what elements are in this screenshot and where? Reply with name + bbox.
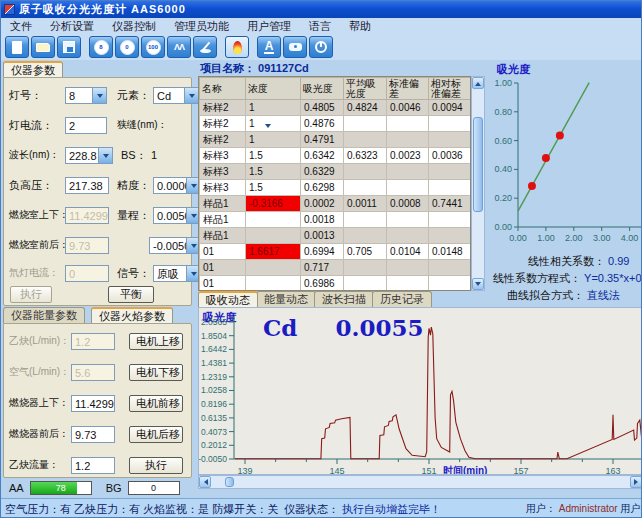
menu-item-0[interactable]: 文件 (1, 18, 41, 34)
svg-text:时间(min): 时间(min) (443, 465, 487, 475)
gauge-100-button[interactable]: 100 (141, 36, 165, 58)
flame-row-input[interactable]: 11.4299 (71, 395, 115, 412)
flame-row-input[interactable]: 9.73 (71, 426, 115, 443)
lamp-no-label: 灯号： (9, 88, 65, 103)
flame-button[interactable] (225, 36, 249, 58)
range-select[interactable]: 0.0050 (153, 207, 201, 224)
tab-flame-0[interactable]: 仪器能量参数 (3, 307, 85, 323)
chevron-down-icon (191, 214, 197, 221)
tab-dynamic-3[interactable]: 历史记录 (372, 291, 432, 307)
gauge-0-button[interactable]: 0 (115, 36, 139, 58)
table-row[interactable]: 标样31.50.6298 (200, 180, 472, 196)
menu-item-2[interactable]: 仪器控制 (103, 18, 165, 34)
table-row[interactable]: 样品1-0.31660.00020.00110.00080.7441 (200, 196, 472, 212)
lamp-no-select[interactable]: 8 (65, 87, 107, 104)
save-icon (63, 41, 75, 53)
table-row[interactable]: 标样210.4876 (200, 116, 472, 132)
table-row[interactable]: 标样210.48050.48240.00460.0094 (200, 100, 472, 116)
results-table-scrollbar[interactable] (471, 76, 485, 291)
cell-sd (387, 228, 429, 244)
flame-row-button[interactable]: 执行 (129, 457, 183, 474)
peaks-button[interactable]: ΛΛ (167, 36, 191, 58)
neg-hv-label: 负高压： (9, 178, 65, 193)
table-row[interactable]: 标样210.4791 (200, 132, 472, 148)
save-button[interactable] (57, 36, 81, 58)
bg-label: BG (106, 482, 122, 494)
table-row[interactable]: 011.66170.69940.7050.01040.0148 (200, 244, 472, 260)
power-button[interactable] (309, 36, 333, 58)
open-folder-button[interactable] (31, 36, 55, 58)
flame-row-input[interactable]: 1.2 (71, 457, 115, 474)
cell-name: 01 (200, 260, 246, 276)
column-header[interactable]: 平均吸光度 (344, 78, 387, 100)
cell-rsd (429, 212, 472, 228)
balance-button[interactable]: 平衡 (108, 286, 154, 303)
scroll-right-icon[interactable] (630, 476, 642, 488)
table-row[interactable]: 010.6986 (200, 276, 472, 292)
range-label: 量程： (117, 208, 153, 223)
menu-item-5[interactable]: 语言 (300, 18, 340, 34)
chamber-ud-input: 11.4299 (65, 207, 109, 224)
offset-select[interactable]: -0.0050 (149, 237, 201, 254)
svg-text:0.40: 0.40 (494, 164, 512, 174)
table-row[interactable]: 样品10.0013 (200, 228, 472, 244)
column-header[interactable]: 浓度 (246, 78, 301, 100)
chevron-down-icon (265, 124, 271, 131)
table-row[interactable]: 010.717 (200, 260, 472, 276)
scroll-up-icon[interactable] (472, 77, 484, 89)
column-header[interactable]: 标准偏差 (387, 78, 429, 100)
dynamic-chart-hscrollbar[interactable] (198, 475, 642, 489)
tab-instrument-params[interactable]: 仪器参数 (3, 61, 63, 77)
scroll-left-icon[interactable] (199, 476, 211, 488)
precision-select[interactable]: 0.0000 (153, 177, 201, 194)
scroll-down-icon[interactable] (472, 278, 484, 290)
cell-conc: 1.5 (246, 180, 301, 196)
burner-adjust-button[interactable] (193, 36, 217, 58)
neg-hv-input[interactable]: 217.38 (65, 177, 109, 194)
tab-dynamic-2[interactable]: 波长扫描 (314, 291, 374, 307)
table-row[interactable]: 标样31.50.63420.63230.00230.0036 (200, 148, 472, 164)
menu-item-1[interactable]: 分析设置 (41, 18, 103, 34)
corr-value: 0.99 (608, 255, 629, 267)
column-header[interactable]: 相对标准偏差 (429, 78, 472, 100)
flame-row-button[interactable]: 电机下移 (129, 364, 183, 381)
menu-item-6[interactable]: 帮助 (340, 18, 380, 34)
table-row[interactable]: 样品10.0018 (200, 212, 472, 228)
signal-select[interactable]: 原吸 (153, 265, 201, 282)
cell-conc (246, 228, 301, 244)
execute-button[interactable]: 执行 (10, 286, 52, 303)
autosampler-button[interactable]: A (257, 36, 281, 58)
flame-row-button[interactable]: 电机后移 (129, 426, 183, 443)
cell-conc: 1 (246, 116, 301, 132)
scrollbar-thumb[interactable] (225, 477, 234, 487)
table-row[interactable]: 标样31.50.6329 (200, 164, 472, 180)
flame-param-row: 乙炔(L/min)：1.2电机上移 (9, 332, 189, 350)
lamp-button[interactable] (283, 36, 307, 58)
tab-dynamic-1[interactable]: 能量动态 (256, 291, 316, 307)
cell-sd (387, 212, 429, 228)
calibration-chart: 0.000.200.400.600.801.000.001.002.003.00… (488, 75, 642, 257)
menu-item-3[interactable]: 管理员功能 (165, 18, 238, 34)
equation-label: 线性系数方程式： (493, 272, 581, 284)
tab-flame-1[interactable]: 仪器火焰参数 (91, 307, 173, 323)
column-header[interactable]: 吸光度 (301, 78, 344, 100)
app-window: 原子吸收分光光度计 AAS6000 文件分析设置仪器控制管理员功能用户管理语言帮… (0, 0, 642, 518)
new-file-button[interactable] (5, 36, 29, 58)
lamp-current-input[interactable]: 2 (65, 117, 107, 134)
element-select[interactable]: Cd (153, 87, 199, 104)
flame-row-input: 5.6 (71, 364, 115, 381)
column-header[interactable]: 名称 (200, 78, 246, 100)
flame-row-button[interactable]: 电机前移 (129, 395, 183, 412)
cell-conc (246, 260, 301, 276)
gauge-8-button[interactable]: 8 (89, 36, 113, 58)
bg-energy-value: 0 (128, 481, 180, 495)
flame-row-button[interactable]: 电机上移 (129, 333, 183, 350)
instrument-status-value: 执行自动增益完毕！ (342, 503, 441, 515)
tab-dynamic-0[interactable]: 吸收动态 (198, 291, 258, 307)
scrollbar-thumb[interactable] (473, 117, 483, 212)
svg-text:145: 145 (329, 466, 344, 475)
cell-name: 标样2 (200, 116, 246, 132)
wavelength-select[interactable]: 228.8 (65, 147, 113, 164)
svg-text:2.00: 2.00 (565, 233, 583, 243)
menu-item-4[interactable]: 用户管理 (238, 18, 300, 34)
